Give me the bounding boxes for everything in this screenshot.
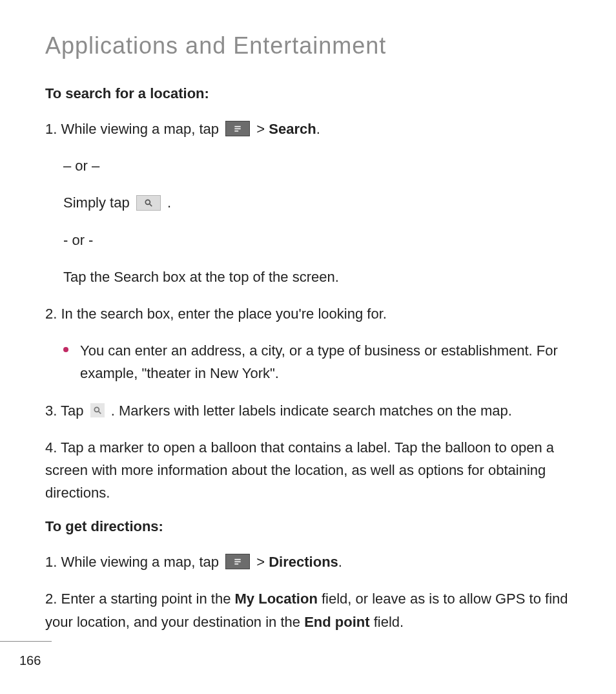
subheading-search: To search for a location: [45,85,571,102]
svg-rect-2 [234,131,238,132]
footer-rule [0,641,52,642]
svg-line-6 [98,411,101,414]
svg-rect-1 [234,129,240,130]
dir2-post: field. [370,614,404,630]
dir-step-2: 2. Enter a starting point in the My Loca… [45,587,571,633]
dir1-period: . [338,554,342,570]
svg-rect-0 [234,126,240,127]
step-1: 1. While viewing a map, tap > Search. [45,118,571,140]
bullet-text: You can enter an address, a city, or a t… [80,339,571,384]
step1-gt: > [256,121,269,137]
manual-page: Applications and Entertainment To search… [0,0,616,694]
svg-point-5 [94,407,99,412]
menu-icon-2 [225,554,250,569]
svg-line-4 [150,204,152,206]
step3-pre: 3. Tap [45,403,88,419]
svg-rect-9 [234,563,238,565]
menu-icon [225,121,250,136]
simply-pre: Simply tap [63,195,134,211]
bullet-dot-icon [63,347,68,352]
search-glass-icon [90,403,105,417]
dir1-pre: 1. While viewing a map, tap [45,554,223,570]
step-2: 2. In the search box, enter the place yo… [45,302,571,325]
dir1-gt: > [256,554,269,570]
dir-step-1: 1. While viewing a map, tap > Directions… [45,551,571,573]
dir1-bold: Directions [269,554,338,570]
subheading-directions: To get directions: [45,518,571,535]
or-1: – or – [63,154,571,177]
step1-pre: 1. While viewing a map, tap [45,121,223,137]
step3-post: . Markers with letter labels indicate se… [111,403,512,419]
step1-period: . [316,121,320,137]
svg-rect-8 [234,562,240,563]
step-4: 4. Tap a marker to open a balloon that c… [45,436,571,505]
tap-search-box: Tap the Search box at the top of the scr… [63,266,571,288]
dir2-pre: 2. Enter a starting point in the [45,591,235,607]
step-3: 3. Tap . Markers with letter labels indi… [45,399,571,422]
page-footer: 166 [0,641,616,668]
page-number: 166 [19,653,616,668]
or-2: - or - [63,229,571,251]
dir2-b2: End point [304,614,369,630]
page-title: Applications and Entertainment [45,32,571,59]
svg-rect-7 [234,559,240,560]
step1-bold: Search [269,121,316,137]
dir2-b1: My Location [235,591,318,607]
svg-point-3 [145,200,150,204]
search-button-icon [136,195,161,211]
bullet-item: You can enter an address, a city, or a t… [63,339,571,384]
simply-tap-line: Simply tap . [63,191,571,214]
simply-post: . [167,195,171,211]
